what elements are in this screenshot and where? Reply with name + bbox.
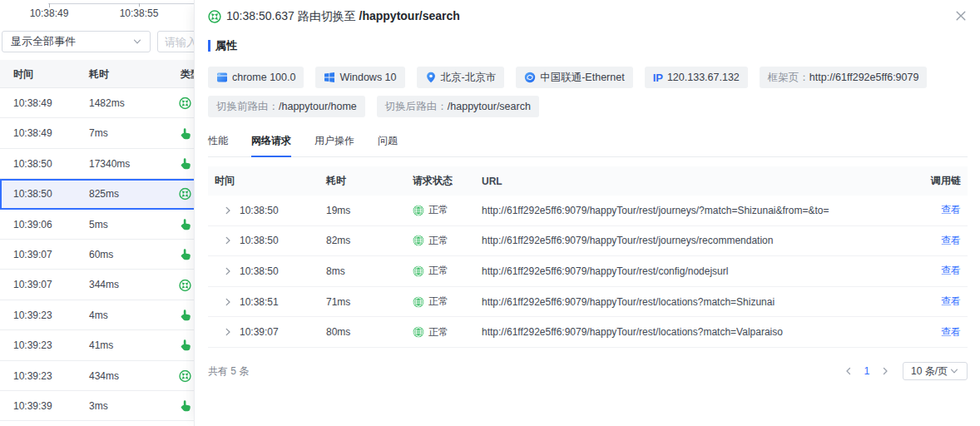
tab-问题[interactable]: 问题 [378, 130, 398, 156]
expand-row-icon[interactable] [224, 236, 232, 245]
event-row[interactable]: 10:39:234ms [0, 300, 194, 330]
close-icon[interactable] [954, 9, 968, 22]
event-duration: 7ms [89, 118, 108, 148]
network-request-row: 10:38:5019ms 正常http://61ff292e5ff6:9079/… [208, 196, 968, 226]
section-accent-bar [208, 40, 210, 52]
event-detail-header: 10:38:50.637 路由切换至 /happytour/search [208, 9, 460, 23]
event-time: 10:39:23 [13, 361, 52, 391]
event-duration: 344ms [89, 270, 119, 300]
pagination: 1 10 条/页 [839, 362, 968, 380]
attribute-tag: 切换前路由：/happytour/home [208, 96, 365, 117]
globe-status-icon [413, 235, 424, 246]
tab-网络请求[interactable]: 网络请求 [251, 130, 291, 156]
tag-value: /happytour/search [448, 101, 531, 112]
network-request-row: 10:38:5082ms 正常http://61ff292e5ff6:9079/… [208, 226, 968, 257]
pointer-hand-icon [179, 127, 191, 140]
tag-value: 北京-北京市 [441, 71, 497, 85]
timeline-tick [139, 3, 140, 7]
tab-性能[interactable]: 性能 [208, 130, 228, 156]
net-col-chain: 调用链 [909, 174, 968, 188]
request-duration: 71ms [319, 296, 406, 308]
request-chain-cell: 查看 [909, 295, 968, 309]
request-url: http://61ff292e5ff6:9079/happyTour/rest/… [475, 326, 909, 338]
event-row[interactable]: 10:38:497ms [0, 118, 194, 148]
request-time-cell: 10:38:50 [208, 205, 319, 216]
pointer-hand-icon [179, 309, 191, 321]
request-time: 10:38:51 [240, 296, 279, 308]
attribute-tags: chrome 100.0 Windows 10 北京-北京市 中国联通-Ethe… [208, 67, 968, 117]
route-switch-icon [179, 279, 191, 291]
view-chain-link[interactable]: 查看 [941, 204, 961, 215]
request-url: http://61ff292e5ff6:9079/happyTour/rest/… [475, 296, 909, 308]
attribute-tag: Windows 10 [315, 67, 404, 88]
event-row[interactable]: 10:39:393ms [0, 391, 194, 421]
tab-用户操作[interactable]: 用户操作 [314, 130, 354, 156]
request-time: 10:38:50 [240, 265, 279, 277]
event-detail-title: 10:38:50.637 路由切换至 /happytour/search [226, 9, 460, 24]
page-size-value: 10 条/页 [911, 364, 948, 379]
event-table-header: 时间 耗时 类型 [0, 60, 194, 88]
view-chain-link[interactable]: 查看 [941, 295, 961, 307]
session-monitor-app: 10:38:4910:38:55 显示全部事件 时间 耗时 类型 10:38:4… [0, 0, 980, 426]
request-status: 正常 [428, 264, 448, 278]
tag-value: /happytour/home [279, 101, 357, 112]
next-page-icon[interactable] [876, 362, 894, 380]
network-request-row: 10:39:0780ms 正常http://61ff292e5ff6:9079/… [208, 317, 968, 348]
event-time: 10:39:39 [13, 391, 52, 421]
event-type-select[interactable]: 显示全部事件 [2, 31, 151, 52]
expand-row-icon[interactable] [224, 328, 232, 336]
pointer-hand-icon [179, 157, 191, 170]
event-search-input[interactable] [157, 31, 194, 52]
request-status: 正常 [428, 325, 448, 339]
event-row[interactable]: 10:38:5017340ms [0, 149, 194, 179]
event-row[interactable]: 10:39:0760ms [0, 240, 194, 270]
attribute-tag: 中国联通-Ethernet [516, 67, 632, 88]
event-col-time: 时间 [13, 60, 33, 88]
globe-status-icon [413, 296, 424, 308]
request-chain-cell: 查看 [909, 234, 968, 248]
view-chain-link[interactable]: 查看 [941, 235, 961, 246]
event-duration: 17340ms [89, 149, 130, 179]
request-duration: 19ms [319, 205, 406, 216]
tag-value: 120.133.67.132 [667, 72, 740, 83]
request-duration: 82ms [319, 235, 406, 246]
event-row[interactable]: 10:38:491482ms [0, 88, 194, 118]
event-time: 10:39:23 [13, 330, 52, 360]
network-table-header: 时间 耗时 请求状态 URL 调用链 [208, 166, 968, 196]
view-chain-link[interactable]: 查看 [941, 326, 961, 338]
event-time: 10:38:50 [13, 149, 52, 179]
event-detail-drawer: 10:38:50.637 路由切换至 /happytour/search 属性 … [194, 0, 980, 426]
request-status-cell: 正常 [406, 325, 475, 339]
event-row[interactable]: 10:39:07344ms [0, 270, 194, 300]
page-size-select[interactable]: 10 条/页 [903, 362, 968, 380]
expand-row-icon[interactable] [224, 267, 232, 275]
tag-value: 中国联通-Ethernet [540, 71, 624, 85]
view-chain-link[interactable]: 查看 [941, 265, 961, 276]
detail-tabs: 性能网络请求用户操作问题 [208, 130, 968, 157]
event-time: 10:38:49 [13, 118, 52, 148]
network-request-row: 10:38:5171ms 正常http://61ff292e5ff6:9079/… [208, 287, 968, 318]
request-status: 正常 [428, 234, 448, 248]
tag-value: Windows 10 [339, 72, 396, 83]
event-filters: 显示全部事件 [0, 31, 194, 52]
request-status-cell: 正常 [406, 295, 475, 309]
event-row[interactable]: 10:39:065ms [0, 210, 194, 240]
event-duration: 60ms [89, 240, 113, 270]
event-row[interactable]: 10:39:23434ms [0, 361, 194, 391]
request-chain-cell: 查看 [909, 325, 968, 339]
tag-label: 切换前路由： [216, 100, 279, 114]
event-time: 10:38:50 [13, 179, 52, 209]
request-time-cell: 10:38:50 [208, 265, 319, 277]
expand-row-icon[interactable] [224, 206, 232, 215]
attributes-section-title: 属性 [215, 38, 237, 53]
event-row[interactable]: 10:38:50825ms [0, 179, 194, 209]
current-page-number[interactable]: 1 [858, 365, 876, 377]
attribute-tag: 框架页：http://61ff292e5ff6:9079 [760, 67, 928, 88]
pointer-hand-icon [179, 249, 191, 261]
prev-page-icon[interactable] [839, 362, 858, 380]
chevron-down-icon [949, 366, 959, 376]
attributes-section-header: 属性 [208, 38, 237, 53]
chevron-down-icon [132, 37, 142, 47]
event-row[interactable]: 10:39:2341ms [0, 330, 194, 360]
expand-row-icon[interactable] [224, 298, 232, 306]
